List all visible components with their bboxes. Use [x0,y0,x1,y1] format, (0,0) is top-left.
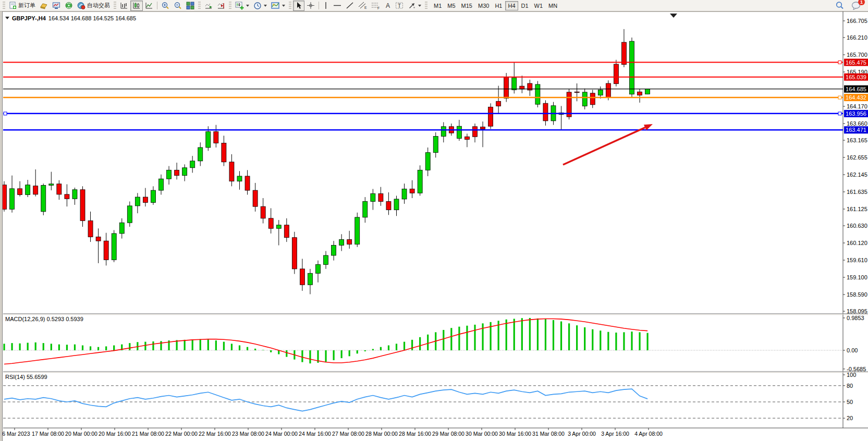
trendline-tool-button[interactable] [344,1,356,11]
timeframe-D1[interactable]: D1 [519,1,531,10]
candle-body [441,127,446,137]
fibonacci-icon: F [371,2,380,9]
timeframe-W1[interactable]: W1 [532,1,546,10]
zoom-out-button[interactable] [172,1,184,11]
candle-body [418,170,422,193]
candle-body [598,90,603,95]
templates-button[interactable] [269,1,287,11]
vertical-line-tool-button[interactable] [321,1,331,11]
new-chart-button[interactable] [233,1,251,11]
timeframe-H1[interactable]: H1 [492,1,505,10]
svg-text:100: 100 [847,372,856,378]
price-tag-text: 164.432 [846,94,866,101]
signals-button[interactable] [63,1,75,11]
candle-body [88,220,93,237]
auto-scroll-button[interactable] [202,1,215,11]
horizontal-line-tool-button[interactable] [331,1,344,11]
time-label: 27 Mar 08:00 [332,431,364,437]
arrows-tool-button[interactable] [406,1,423,11]
line-chart-icon [145,2,153,9]
cursor-tool-button[interactable] [293,1,304,11]
timeframe-M5[interactable]: M5 [445,1,458,10]
candle-body [268,218,273,228]
candle-body [582,92,587,106]
svg-text:A: A [386,2,390,9]
candle-body [324,255,328,264]
toolbar-grip[interactable] [198,2,201,10]
candle-body [127,206,132,223]
toolbar-grip[interactable] [114,2,116,10]
timeframe-M15[interactable]: M15 [459,1,475,10]
horizontal-lines[interactable]: 165.475165.039164.685164.432163.956163.4… [3,59,868,134]
line-chart-button[interactable] [143,1,155,11]
periods-button[interactable] [251,1,269,11]
tile-windows-button[interactable] [184,1,197,11]
chevron-down-icon [246,5,249,8]
candle-body [237,176,242,181]
candle-body [261,206,265,218]
toolbar-separator [319,2,319,9]
chart-shift-marker[interactable] [670,14,677,18]
zoom-in-button[interactable] [159,1,172,11]
bar-chart-button[interactable] [118,1,130,11]
new-order-button[interactable]: 新订单 [7,1,38,11]
rsi-label: RSI(14) 55.6599 [5,374,47,380]
toolbar-grip[interactable] [229,2,231,10]
candle-body [347,240,352,244]
toolbar-grip[interactable] [425,2,427,10]
autotrading-button[interactable]: 自动交易 [75,1,112,11]
arrows-icon [408,2,416,9]
candle-body [574,92,579,92]
timeframe-H4[interactable]: H4 [505,1,518,10]
equidistant-channel-tool-button[interactable]: E [356,1,369,11]
chart-shift-button[interactable] [215,1,227,11]
candlestick-chart-button[interactable] [130,1,143,11]
price-tag-text: 165.039 [846,74,866,80]
toolbar-grip[interactable] [3,2,5,10]
market-depth-button[interactable] [38,1,50,11]
candle-body [410,189,414,193]
time-label: 21 Mar 08:00 [132,431,164,437]
candle-body [512,78,517,90]
fibonacci-tool-button[interactable]: F [369,1,382,11]
chart-canvas[interactable]: 166.705166.210165.700165.190164.170163.6… [0,11,868,441]
timeframe-toolbar: M1M5M15M30H1H4D1W1MN [431,1,560,10]
timeframe-M30[interactable]: M30 [475,1,492,10]
notifications-button[interactable]: 1 [849,1,863,11]
text-tool-button[interactable]: A [382,1,393,11]
hline-handle [838,61,841,64]
svg-text:161.635: 161.635 [847,189,867,195]
time-label: 30 Mar 00:00 [466,431,498,437]
candle-body [41,185,46,211]
svg-text:0.9853: 0.9853 [847,315,864,321]
svg-text:E: E [364,6,367,9]
candle-body [119,223,124,234]
toolbar-grip[interactable] [289,2,291,10]
chart-area[interactable]: 166.705166.210165.700165.190164.170163.6… [0,11,868,441]
candle-body [10,189,15,209]
time-label: 22 Mar 00:00 [165,431,198,437]
candle-body [402,189,407,199]
text-label-tool-button[interactable]: T [393,1,406,11]
chevron-down-icon [418,5,421,8]
timeframe-M1[interactable]: M1 [431,1,444,10]
timeframe-MN[interactable]: MN [546,1,560,10]
candle-body [355,217,360,244]
svg-text:160.120: 160.120 [847,240,867,246]
crosshair-tool-button[interactable] [304,1,317,11]
candle-body [175,170,179,175]
candle-body [151,190,155,202]
trendline-icon [346,2,354,9]
time-label: 3 Apr 16:00 [601,431,629,437]
search-button[interactable] [833,1,846,11]
terminal-button[interactable] [50,1,63,11]
candle-body [65,194,69,199]
candle-body [457,126,461,138]
candle-body [49,184,54,186]
svg-text:50: 50 [847,399,853,405]
candle-body [425,153,430,170]
time-axis[interactable]: 16 Mar 202317 Mar 08:0020 Mar 00:0020 Ma… [0,428,663,437]
candle-body [543,103,548,121]
candle-body [645,89,650,94]
svg-text:166.705: 166.705 [847,18,867,24]
